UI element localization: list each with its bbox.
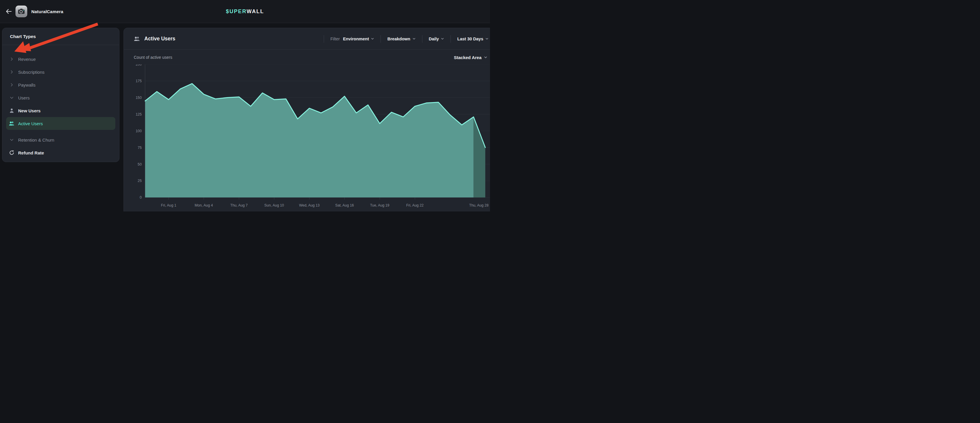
refresh-icon <box>9 150 14 155</box>
chart-types-sidebar: Chart Types RevenueSubscriptionsPaywalls… <box>2 28 119 162</box>
x-axis-label: Thu, Aug 28 <box>469 203 488 208</box>
chevron-down-icon <box>9 95 14 101</box>
filter-separator <box>380 35 381 43</box>
chart-panel: Active Users FilterEnvironmentBreakdownD… <box>124 28 490 211</box>
chevron-right-icon <box>9 69 14 75</box>
y-axis-label: 50 <box>138 162 142 166</box>
superwall-logo: $UPERWALL <box>0 8 490 14</box>
dropdown-date-range[interactable]: Last 30 Days <box>457 36 488 41</box>
people-icon <box>9 120 14 127</box>
sidebar-item-label: Paywalls <box>18 82 35 87</box>
chevron-down-icon <box>371 37 374 40</box>
filter-bar: FilterEnvironmentBreakdownDailyLast 30 D… <box>321 28 488 49</box>
sidebar-item-active-users[interactable]: Active Users <box>6 117 115 130</box>
chevron-down-icon <box>441 37 444 40</box>
y-axis-label: 200 <box>135 64 142 67</box>
dropdown-environment[interactable]: Environment <box>343 36 374 41</box>
app-icon-camera <box>16 6 27 17</box>
sidebar-item-label: Retention & Churn <box>18 138 54 143</box>
person-icon <box>9 108 14 114</box>
area-chart[interactable]: 0255075100125150175200Fri, Aug 1Mon, Aug… <box>124 64 490 211</box>
sidebar-list: RevenueSubscriptionsPaywallsUsersNew Use… <box>2 45 119 159</box>
sidebar-item-revenue[interactable]: Revenue <box>2 53 119 65</box>
refresh-icon <box>9 150 14 155</box>
sidebar-item-label: Users <box>18 95 30 100</box>
back-arrow-icon <box>6 10 11 13</box>
sidebar-item-retention-churn[interactable]: Retention & Churn <box>2 133 119 146</box>
person-icon <box>9 108 14 114</box>
y-axis-label: 175 <box>135 79 142 83</box>
chevron-down-icon <box>485 37 488 40</box>
x-axis-label: Wed, Aug 13 <box>299 203 320 208</box>
dropdown-granularity-value: Daily <box>429 36 439 41</box>
sidebar-item-new-users[interactable]: New Users <box>2 104 119 117</box>
chevron-right-icon <box>9 56 14 62</box>
x-axis-label: Sat, Aug 16 <box>335 203 354 208</box>
chevron-right-icon <box>9 56 14 62</box>
chart-header: Active Users FilterEnvironmentBreakdownD… <box>124 28 490 50</box>
sidebar-item-subscriptions[interactable]: Subscriptions <box>2 65 119 78</box>
app-name: NaturalCamera <box>31 9 63 14</box>
chevron-down-icon <box>9 137 14 143</box>
chevron-down-icon <box>412 37 416 40</box>
y-axis-label: 100 <box>135 129 142 133</box>
dropdown-breakdown[interactable]: Breakdown <box>387 36 415 41</box>
chart-title: Active Users <box>144 36 175 42</box>
y-axis-label: 150 <box>135 96 142 100</box>
chart-type-value: Stacked Area <box>454 55 482 60</box>
filter-separator <box>422 35 422 43</box>
chevron-right-icon <box>9 69 14 75</box>
chart-subheader: Count of active users Stacked Area <box>124 53 490 62</box>
sidebar-item-label: Active Users <box>18 121 43 126</box>
chevron-right-icon <box>9 82 14 88</box>
sidebar-item-label: Refund Rate <box>18 151 44 155</box>
filter-separator <box>324 35 324 43</box>
dropdown-granularity[interactable]: Daily <box>429 36 444 41</box>
count-label: Count of active users <box>134 55 172 60</box>
y-axis-label: 75 <box>138 146 142 150</box>
back-button[interactable] <box>5 8 13 15</box>
y-axis-label: 0 <box>140 195 142 200</box>
area-fill-partial <box>474 117 485 198</box>
people-icon <box>9 120 14 127</box>
y-axis-label: 25 <box>138 179 142 183</box>
x-axis-label: Mon, Aug 4 <box>195 203 213 208</box>
x-axis-label: Sun, Aug 10 <box>264 203 284 208</box>
y-axis-label: 125 <box>135 112 142 116</box>
dropdown-breakdown-value: Breakdown <box>387 36 410 41</box>
x-axis-label: Tue, Aug 19 <box>370 203 389 208</box>
chevron-right-icon <box>9 82 14 88</box>
chevron-down-icon <box>9 137 14 143</box>
sidebar-item-paywalls[interactable]: Paywalls <box>2 78 119 91</box>
dropdown-environment-value: Environment <box>343 36 369 41</box>
sidebar-item-label: Revenue <box>18 57 36 62</box>
chart-type-dropdown[interactable]: Stacked Area <box>454 55 488 60</box>
sidebar-item-label: New Users <box>18 108 41 113</box>
x-axis-label: Fri, Aug 22 <box>406 203 424 208</box>
people-icon <box>134 36 140 41</box>
sidebar-item-label: Subscriptions <box>18 70 45 74</box>
chevron-down-icon <box>484 55 487 59</box>
chevron-down-icon <box>9 95 14 101</box>
area-fill <box>145 84 474 198</box>
sidebar-title: Chart Types <box>2 28 119 39</box>
dropdown-date-range-value: Last 30 Days <box>457 36 483 41</box>
filter-label: Filter <box>331 36 340 41</box>
sidebar-item-refund-rate[interactable]: Refund Rate <box>2 146 119 159</box>
logo-accent: $UPER <box>226 8 247 14</box>
filter-separator <box>450 35 451 43</box>
sidebar-item-users[interactable]: Users <box>2 91 119 104</box>
logo-rest: WALL <box>247 8 264 14</box>
x-axis-label: Thu, Aug 7 <box>231 203 248 208</box>
x-axis-label: Fri, Aug 1 <box>161 203 177 208</box>
top-bar: NaturalCamera $UPERWALL <box>0 0 490 23</box>
